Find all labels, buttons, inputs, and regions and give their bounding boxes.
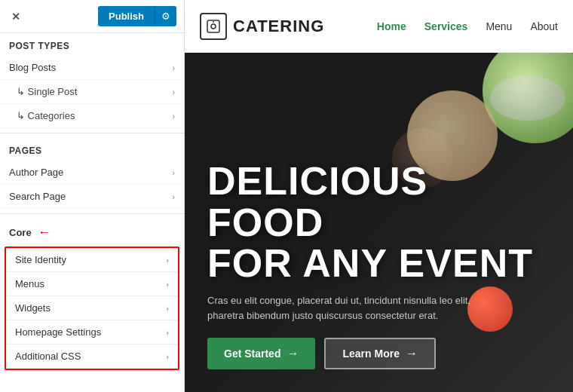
chevron-icon: › xyxy=(166,352,169,361)
site-preview: CATERING Home Services Menu About DELICI… xyxy=(185,0,573,392)
chevron-icon: › xyxy=(166,256,169,265)
chevron-icon: › xyxy=(172,112,175,121)
chevron-icon: › xyxy=(166,328,169,337)
additional-css-item[interactable]: Additional CSS › xyxy=(6,345,178,369)
core-text: Core xyxy=(9,227,32,238)
chevron-icon: › xyxy=(172,192,175,201)
search-page-label: Search Page xyxy=(9,191,66,202)
widgets-label: Widgets xyxy=(15,302,51,314)
chevron-icon: › xyxy=(172,87,175,96)
nav-menu[interactable]: Menu xyxy=(486,20,512,32)
get-started-button[interactable]: Get Started → xyxy=(207,338,315,369)
pages-header: Pages xyxy=(0,138,184,161)
site-header: CATERING Home Services Menu About xyxy=(185,0,573,53)
author-page-label: Author Page xyxy=(9,167,63,178)
learn-more-label: Learn More xyxy=(342,348,399,360)
menus-label: Menus xyxy=(15,278,44,289)
hero-title-line3: FOR ANY EVENT xyxy=(207,243,550,284)
single-post-item[interactable]: ↳ Single Post › xyxy=(0,80,184,104)
publish-button[interactable]: Publish xyxy=(98,6,155,26)
divider-2 xyxy=(0,213,184,214)
categories-item[interactable]: ↳ Categories › xyxy=(0,104,184,128)
learn-more-button[interactable]: Learn More → xyxy=(324,338,435,369)
menus-item[interactable]: Menus › xyxy=(6,272,178,296)
widgets-item[interactable]: Widgets › xyxy=(6,296,178,320)
get-started-label: Get Started xyxy=(224,348,280,360)
site-name: CATERING xyxy=(233,17,324,36)
chevron-icon: › xyxy=(166,280,169,289)
hero-section: DELICIOUS FOOD FOR ANY EVENT Cras eu eli… xyxy=(185,53,573,392)
blog-posts-label: Blog Posts xyxy=(9,62,56,73)
hero-title: DELICIOUS FOOD FOR ANY EVENT xyxy=(207,161,550,284)
author-page-item[interactable]: Author Page › xyxy=(0,161,184,185)
homepage-settings-item[interactable]: Homepage Settings › xyxy=(6,320,178,345)
core-label: Core ← xyxy=(0,219,184,247)
site-nav: Home Services Menu About xyxy=(377,20,558,32)
chevron-icon: › xyxy=(172,168,175,177)
chevron-icon: › xyxy=(172,63,175,72)
chevron-icon: › xyxy=(166,304,169,313)
arrow-right-icon: → xyxy=(286,347,299,360)
red-arrow-icon: ← xyxy=(38,225,51,240)
left-panel: ✕ Publish ⚙ Post Types Blog Posts › ↳ Si… xyxy=(0,0,185,392)
publish-group: Publish ⚙ xyxy=(98,6,176,26)
site-identity-label: Site Identity xyxy=(15,254,66,265)
search-page-item[interactable]: Search Page › xyxy=(0,185,184,209)
divider xyxy=(0,133,184,133)
site-identity-item[interactable]: Site Identity › xyxy=(6,248,178,272)
hero-content: DELICIOUS FOOD FOR ANY EVENT Cras eu eli… xyxy=(207,161,550,369)
gear-button[interactable]: ⚙ xyxy=(155,6,176,26)
top-bar: ✕ Publish ⚙ xyxy=(0,0,184,33)
nav-services[interactable]: Services xyxy=(424,20,468,32)
blog-posts-item[interactable]: Blog Posts › xyxy=(0,56,184,80)
core-section: Site Identity › Menus › Widgets › Homepa… xyxy=(5,247,179,370)
logo-icon xyxy=(200,13,227,40)
hero-subtitle: Cras eu elit congue, placerat dui ut, ti… xyxy=(207,293,479,323)
single-post-label: ↳ Single Post xyxy=(17,86,77,97)
site-logo: CATERING xyxy=(200,13,324,40)
hero-title-line1: DELICIOUS xyxy=(207,161,550,202)
close-button[interactable]: ✕ xyxy=(8,8,24,25)
additional-css-label: Additional CSS xyxy=(15,351,81,362)
food-bowl-deco xyxy=(490,75,565,121)
post-types-header: Post Types xyxy=(0,33,184,56)
nav-about[interactable]: About xyxy=(530,20,558,32)
hero-title-line2: FOOD xyxy=(207,202,550,243)
nav-home[interactable]: Home xyxy=(377,20,406,32)
svg-point-1 xyxy=(211,24,216,29)
hero-buttons: Get Started → Learn More → xyxy=(207,338,550,369)
panel-scroll: Post Types Blog Posts › ↳ Single Post › … xyxy=(0,33,184,392)
arrow-right-icon-2: → xyxy=(406,347,418,360)
homepage-settings-label: Homepage Settings xyxy=(15,326,101,338)
categories-label: ↳ Categories xyxy=(17,110,75,121)
